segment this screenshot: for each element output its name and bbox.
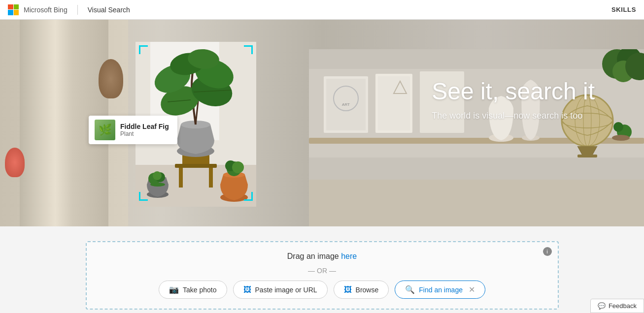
info-icon[interactable]: i <box>543 247 552 256</box>
hero-headline: See it, search it <box>432 79 595 105</box>
feedback-icon: 💬 <box>598 302 606 310</box>
svg-rect-32 <box>378 76 410 130</box>
browse-button[interactable]: 🖼 Browse <box>334 281 389 299</box>
take-photo-label: Take photo <box>183 286 217 294</box>
hero-background: 🌿 Fiddle Leaf Fig Plant ART <box>0 20 644 226</box>
close-icon: ✕ <box>469 285 475 294</box>
search-icon: 🔍 <box>405 285 415 294</box>
header: Microsoft Bing Visual Search SKILLS <box>0 0 644 20</box>
upload-box[interactable]: i Drag an image here — OR — 📷 Take photo… <box>86 241 559 310</box>
bing-label: Microsoft Bing <box>24 6 68 14</box>
decor-scene: ART <box>309 49 644 226</box>
plant-name: Fiddle Leaf Fig <box>120 123 169 130</box>
browse-icon: 🖼 <box>344 285 352 294</box>
feedback-button[interactable]: 💬 Feedback <box>590 299 644 313</box>
corner-tr <box>244 45 253 54</box>
skills-button[interactable]: SKILLS <box>611 6 636 13</box>
svg-rect-49 <box>309 180 644 226</box>
paste-icon: 🖼 <box>243 285 251 294</box>
logo-area: Microsoft Bing Visual Search <box>8 4 130 15</box>
find-image-label: Find an image <box>419 286 463 294</box>
plant-type: Plant <box>120 130 169 137</box>
svg-point-47 <box>613 122 623 132</box>
svg-text:ART: ART <box>342 102 350 107</box>
paste-label: Paste image or URL <box>255 286 317 294</box>
or-divider: — OR — <box>97 267 548 275</box>
take-photo-button[interactable]: 📷 Take photo <box>159 281 227 299</box>
svg-point-48 <box>612 135 630 141</box>
hero-text-block: See it, search it The world is visual—no… <box>432 79 595 121</box>
camera-icon: 📷 <box>169 285 179 294</box>
svg-rect-41 <box>577 155 597 157</box>
drag-here-text: here <box>341 252 357 260</box>
flower-decoration <box>5 148 25 177</box>
feedback-label: Feedback <box>609 302 637 310</box>
paste-url-button[interactable]: 🖼 Paste image or URL <box>233 281 328 299</box>
drag-text-prefix: Drag an image <box>287 252 341 260</box>
visual-search-title: Visual Search <box>88 6 130 14</box>
hero-section: 🌿 Fiddle Leaf Fig Plant ART <box>0 20 644 226</box>
drag-text: Drag an image here <box>97 252 548 261</box>
action-buttons-row: 📷 Take photo 🖼 Paste image or URL 🖼 Brow… <box>97 281 548 299</box>
corner-br <box>244 192 253 201</box>
upload-section: i Drag an image here — OR — 📷 Take photo… <box>0 226 644 313</box>
microsoft-logo <box>8 4 19 15</box>
find-image-button[interactable]: 🔍 Find an image ✕ <box>395 281 485 299</box>
browse-label: Browse <box>356 286 379 294</box>
plant-tooltip: 🌿 Fiddle Leaf Fig Plant <box>89 116 177 144</box>
header-divider <box>77 5 78 15</box>
plant-info: Fiddle Leaf Fig Plant <box>120 123 169 137</box>
hero-subheadline: The world is visual—now search is too <box>432 111 595 121</box>
plant-thumbnail: 🌿 <box>95 120 115 140</box>
plant-area: 🌿 Fiddle Leaf Fig Plant <box>89 39 266 226</box>
corner-tl <box>139 45 148 54</box>
corner-bl <box>139 192 148 201</box>
